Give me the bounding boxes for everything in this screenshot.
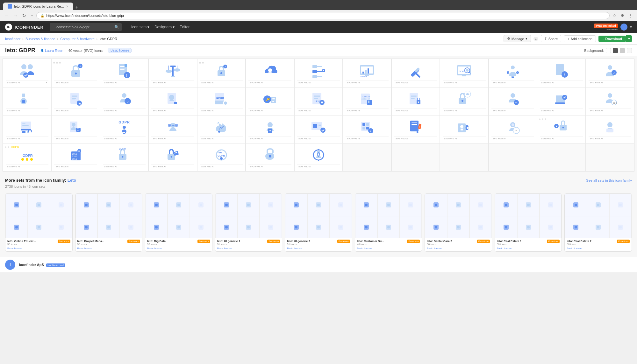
svg-point-245	[225, 226, 228, 228]
icon-cell-32[interactable]: SVG PNG AI	[246, 115, 294, 143]
icon-cell-36[interactable]: SVG PNG AI	[440, 115, 488, 143]
share-button[interactable]: ⇧ Share	[541, 35, 561, 42]
icon-cell-2[interactable]: ★★★ ✓ SVG PNG AI	[51, 59, 100, 87]
svg-point-166	[467, 127, 469, 129]
download-arrow-button[interactable]: ▾	[626, 35, 632, 42]
icon-cell-3[interactable]: ! SVG PNG AI	[100, 59, 148, 87]
manage-button[interactable]: ⚙ Manage ▾	[504, 35, 531, 42]
header-search-icon[interactable]: 🔍	[114, 25, 119, 29]
icon-cell-13[interactable]: ✓ SVG PNG AI	[586, 59, 634, 87]
add-collection-button[interactable]: + Add collection	[564, 35, 596, 42]
user-avatar[interactable]	[620, 24, 627, 31]
bg-white-option[interactable]	[606, 48, 611, 53]
breadcrumb-computer[interactable]: Computer & hardware	[60, 37, 95, 41]
svg-rect-151	[362, 123, 365, 126]
nav-designers[interactable]: Designers ▾	[154, 25, 175, 29]
icon-cell-8[interactable]: GDPR SVG PNG AI	[343, 59, 391, 87]
svg-text:?: ?	[515, 129, 517, 132]
icon-cell-20[interactable]: ■ key SVG PNG AI	[294, 87, 343, 115]
bg-gray-option[interactable]	[620, 48, 625, 53]
svg-rect-146	[313, 124, 317, 128]
license-badge[interactable]: Basic license	[108, 48, 132, 53]
author-link[interactable]: 👤 Laura Reen	[40, 49, 63, 52]
icon-cell-22[interactable]: SVG PNG AI	[391, 87, 440, 115]
icon-cell-1[interactable]: SVG PNG AI ▾	[3, 59, 51, 87]
breadcrumb-iconfinder[interactable]: Iconfinder	[5, 37, 20, 41]
set-card-3[interactable]: Premium leto: UI generic 1 51 icons Basi…	[215, 193, 283, 252]
set-icon-thumb	[377, 216, 400, 238]
icon-cell-46[interactable]: SVG PNG AI	[294, 143, 343, 171]
icon-cell-10[interactable]: GDPR SVG PNG AI	[440, 59, 488, 87]
set-card-1[interactable]: Premium leto: Project Mana... 50 icons B…	[75, 193, 143, 252]
icon-cell-25[interactable]: SVG PNG AI	[537, 87, 585, 115]
icon-cell-15[interactable]: ★ SVG PNG AI	[51, 87, 100, 115]
icon-cell-39[interactable]: ____ SVG PNG AI	[586, 115, 634, 143]
breadcrumb-business[interactable]: Business & finance	[25, 37, 55, 41]
bookmark-icon[interactable]: ☆	[612, 13, 618, 18]
bg-dark-option[interactable]	[613, 48, 618, 53]
icon-cell-31[interactable]: SVG PNG AI	[197, 115, 246, 143]
icon-cell-28[interactable]: SVG PNG AI	[51, 115, 100, 143]
icon-cell-11[interactable]: SVG PNG AI	[489, 59, 537, 87]
icon-cell-24[interactable]: ? SVG PNG AI	[489, 87, 537, 115]
icon-cell-18[interactable]: GDPR SVG PNG AI	[197, 87, 246, 115]
icon-cell-9[interactable]: SVG PNG AI	[391, 59, 440, 87]
icon-cell-34[interactable]: + SVG PNG AI	[343, 115, 391, 143]
icon-cell-19[interactable]: 🔑 SVG PNG AI	[246, 87, 294, 115]
bg-light-option[interactable]	[627, 48, 632, 53]
download-button[interactable]: ↓ Download	[598, 36, 626, 42]
user-menu-icon[interactable]: ▾	[630, 25, 632, 29]
extensions-icon[interactable]: ⚙	[619, 13, 626, 18]
icon-cell-35[interactable]: ! SVG PNG AI	[391, 115, 440, 143]
address-bar[interactable]: 🔒 https://www.iconfinder.com/iconsets/le…	[36, 12, 610, 19]
nav-icon-sets[interactable]: Icon sets ▾	[131, 25, 149, 29]
icon-cell-45[interactable]: SVG PNG AI	[246, 143, 294, 171]
new-tab-button[interactable]: +	[73, 4, 81, 10]
set-card-8[interactable]: Premium leto: Real Estate 2 50 icons Bas…	[564, 193, 632, 252]
icon-cell-7[interactable]: SVG PNG AI	[294, 59, 343, 87]
tab-close-icon[interactable]: ✕	[66, 5, 68, 8]
set-card-4[interactable]: Premium leto: UI generic 2 51 icons Basi…	[285, 193, 352, 252]
icon-cell-17[interactable]: SVG PNG AI	[148, 87, 197, 115]
icon-cell-41[interactable]: 1010 1101 0011 ≡ SVG PNG AI	[51, 143, 100, 171]
icon-cell-5[interactable]: ★★ ✓ SVG PNG AI	[197, 59, 246, 87]
icon-cell-empty-6	[586, 143, 634, 171]
icon-cell-44[interactable]: EU GDPR SVG PNG AI	[197, 143, 246, 171]
set-card-info: Premium leto: Big Data 50 icons Basic li…	[145, 238, 212, 251]
nav-editor[interactable]: Editor	[180, 25, 190, 29]
icon-cell-12[interactable]: ! SVG PNG AI	[537, 59, 585, 87]
icon-cell-38[interactable]: ★★★ ★ SVG PNG AI	[537, 115, 585, 143]
icon-cell-42[interactable]: GDPR SVG PNG AI	[100, 143, 148, 171]
back-button[interactable]: ←	[3, 12, 10, 19]
icon-cell-37[interactable]: ? SVG PNG AI	[489, 115, 537, 143]
icon-cell-14[interactable]: SVG PNG AI	[3, 87, 51, 115]
forward-button[interactable]: →	[12, 12, 19, 19]
icon-cell-6[interactable]: SVG PNG AI	[246, 59, 294, 87]
icon-cell-40[interactable]: ★★ GDPR GDPR SVG PNG AI	[3, 143, 51, 171]
icon-cell-33[interactable]: SVG PNG AI	[294, 115, 343, 143]
reload-button[interactable]: ↻	[21, 12, 27, 19]
home-button[interactable]: ⌂	[29, 12, 34, 19]
header-search-container[interactable]: 🔍	[50, 23, 122, 31]
icon-cell-21[interactable]: 1010101 0110110 SVG PNG AI	[343, 87, 391, 115]
svg-rect-10	[120, 69, 125, 70]
icon-cell-4[interactable]: SVG PNG AI	[148, 59, 197, 87]
icon-cell-27[interactable]: SVG PNG AI	[3, 115, 51, 143]
set-card-6[interactable]: Premium leto: Dental Care 2 50 icons Bas…	[425, 193, 492, 252]
svg-point-289	[527, 204, 530, 206]
menu-icon[interactable]: ⋮	[627, 13, 634, 18]
icon-cell-29[interactable]: GDPR SVG PNG AI	[100, 115, 148, 143]
family-link[interactable]: Leto	[68, 178, 76, 183]
set-card-2[interactable]: Premium leto: Big Data 50 icons Basic li…	[145, 193, 212, 252]
set-card-5[interactable]: Premium leto: Customer Su... 40 icons Ba…	[355, 193, 422, 252]
icon-cell-30[interactable]: SVG PNG AI	[148, 115, 197, 143]
icon-cell-23[interactable]: SVG PNG AI	[440, 87, 488, 115]
set-card-0[interactable]: Premium leto: Online Educat... 50 icons …	[5, 193, 73, 252]
set-card-7[interactable]: Premium leto: Real Estate 1 50 icons Bas…	[495, 193, 562, 252]
icon-cell-26[interactable]: suit SVG PNG AI	[586, 87, 634, 115]
icon-cell-16[interactable]: ✓ SVG PNG AI	[100, 87, 148, 115]
active-tab[interactable]: leto: GDPR icons by Laura Re... ✕	[3, 3, 73, 10]
header-search-input[interactable]	[53, 24, 113, 30]
icon-cell-43[interactable]: SVG PNG AI	[148, 143, 197, 171]
see-all-button[interactable]: See all sets in this icon family	[586, 178, 632, 182]
